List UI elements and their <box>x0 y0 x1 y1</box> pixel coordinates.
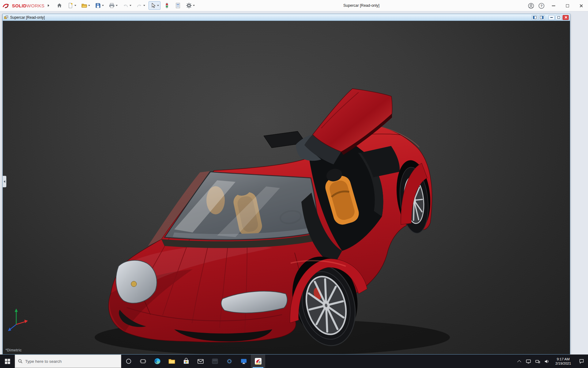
dark-app-ring-icon <box>226 358 233 365</box>
svg-text:?: ? <box>541 4 543 8</box>
dropdown-caret-icon[interactable] <box>157 5 159 6</box>
pinned-app-button-1[interactable] <box>208 355 222 368</box>
tray-network-button[interactable] <box>533 355 541 368</box>
file-explorer-icon <box>168 358 175 365</box>
close-icon <box>564 16 567 19</box>
print-icon <box>109 2 115 9</box>
select-button[interactable] <box>149 1 160 10</box>
user-account-button[interactable] <box>526 0 536 11</box>
pinned-app-button-3[interactable] <box>236 355 251 368</box>
file-properties-icon <box>175 2 181 9</box>
new-document-button[interactable] <box>66 1 78 10</box>
dark-app-icon <box>211 358 219 365</box>
document-close-button[interactable] <box>563 15 569 20</box>
reference-triad <box>8 309 28 331</box>
network-icon <box>535 359 540 364</box>
restore-icon <box>557 16 560 19</box>
options-gear-icon <box>186 2 192 9</box>
system-tray: 9:17 AM 2/19/2021 <box>515 355 588 368</box>
pinned-edge-button[interactable] <box>150 355 164 368</box>
home-button[interactable] <box>55 1 64 10</box>
task-view-button[interactable] <box>136 355 150 368</box>
print-button[interactable] <box>107 1 119 10</box>
redo-button[interactable] <box>135 1 147 10</box>
dropdown-caret-icon[interactable] <box>88 5 90 6</box>
rebuild-icon <box>164 2 170 9</box>
pane-layout-icon <box>533 16 537 19</box>
dropdown-caret-icon[interactable] <box>116 5 118 6</box>
minimize-button[interactable] <box>547 0 560 11</box>
options-button[interactable] <box>184 1 196 10</box>
mail-icon <box>197 358 204 365</box>
solidworks-logo-icon <box>2 3 10 8</box>
pinned-solidworks-button[interactable]: 2021 <box>251 355 265 368</box>
pinned-file-explorer-button[interactable] <box>164 355 179 368</box>
pane-layout-button-2[interactable] <box>539 15 545 20</box>
close-icon <box>579 4 583 8</box>
select-cursor-icon <box>150 2 156 9</box>
volume-icon <box>544 359 549 364</box>
display-app-icon <box>240 358 247 365</box>
home-icon <box>56 2 62 9</box>
solidworks-brand: SOLIDWORKS <box>0 3 47 8</box>
open-button[interactable] <box>80 1 92 10</box>
cortana-button[interactable] <box>121 355 136 368</box>
window-title: Supercar [Read-only] <box>343 0 379 11</box>
rebuild-button[interactable] <box>162 1 172 10</box>
taskbar-clock[interactable]: 9:17 AM 2/19/2021 <box>552 357 575 366</box>
titlebar-right-controls: ? <box>526 0 588 11</box>
redo-icon <box>136 2 142 9</box>
supercar-model[interactable] <box>3 21 570 354</box>
pane-layout-button-1[interactable] <box>532 15 538 20</box>
search-icon <box>18 359 23 364</box>
menu-flyout-arrow-icon[interactable] <box>48 4 49 7</box>
dropdown-caret-icon[interactable] <box>143 5 145 6</box>
display-icon <box>526 359 531 364</box>
assembly-document-icon <box>4 15 9 20</box>
document-titlebar[interactable]: Supercar [Read-only] <box>3 14 570 21</box>
document-window[interactable]: Supercar [Read-only] <box>2 14 570 355</box>
hidden-icons-button[interactable] <box>515 355 523 368</box>
brand-solid: SOLID <box>12 3 27 8</box>
svg-text:2021: 2021 <box>255 362 261 365</box>
file-properties-button[interactable] <box>173 1 183 10</box>
undo-button[interactable] <box>121 1 133 10</box>
application-titlebar: SOLIDWORKS <box>0 0 588 11</box>
minimize-icon <box>552 6 555 6</box>
microsoft-store-icon <box>183 358 190 365</box>
tray-volume-button[interactable] <box>543 355 551 368</box>
action-center-icon <box>579 358 584 364</box>
brand-works: WORKS <box>27 3 45 8</box>
help-button[interactable]: ? <box>536 0 547 11</box>
dropdown-caret-icon[interactable] <box>130 5 131 6</box>
pinned-store-button[interactable] <box>179 355 193 368</box>
clock-time: 9:17 AM <box>553 357 573 361</box>
windows-taskbar: 2021 9:17 AM 2/19/2021 <box>0 355 588 368</box>
dropdown-caret-icon[interactable] <box>102 5 104 6</box>
new-document-icon <box>67 2 74 9</box>
document-minimize-button[interactable] <box>548 15 555 20</box>
search-input[interactable] <box>25 359 118 364</box>
maximize-icon <box>566 4 569 7</box>
pinned-mail-button[interactable] <box>193 355 208 368</box>
save-button[interactable] <box>93 1 105 10</box>
brand-wordmark: SOLIDWORKS <box>12 3 45 8</box>
action-center-button[interactable] <box>576 355 587 368</box>
taskbar-empty-space <box>265 355 515 368</box>
pinned-app-button-2[interactable] <box>222 355 236 368</box>
view-orientation-label: *Dimetric <box>6 348 22 352</box>
taskbar-search-box[interactable] <box>15 355 121 368</box>
close-button[interactable] <box>574 0 588 11</box>
dropdown-caret-icon[interactable] <box>74 5 76 6</box>
dropdown-caret-icon[interactable] <box>193 5 195 6</box>
pane-layout-icon <box>540 16 544 19</box>
solidworks-app-icon: 2021 <box>254 357 262 365</box>
maximize-button[interactable] <box>560 0 574 11</box>
windows-start-icon <box>5 359 10 364</box>
open-folder-icon <box>81 2 87 9</box>
document-restore-button[interactable] <box>556 15 562 20</box>
tray-display-button[interactable] <box>524 355 532 368</box>
graphics-area[interactable]: *Dimetric <box>3 21 570 354</box>
feature-manager-collapsed-tab[interactable] <box>3 176 6 187</box>
start-button[interactable] <box>0 355 15 368</box>
